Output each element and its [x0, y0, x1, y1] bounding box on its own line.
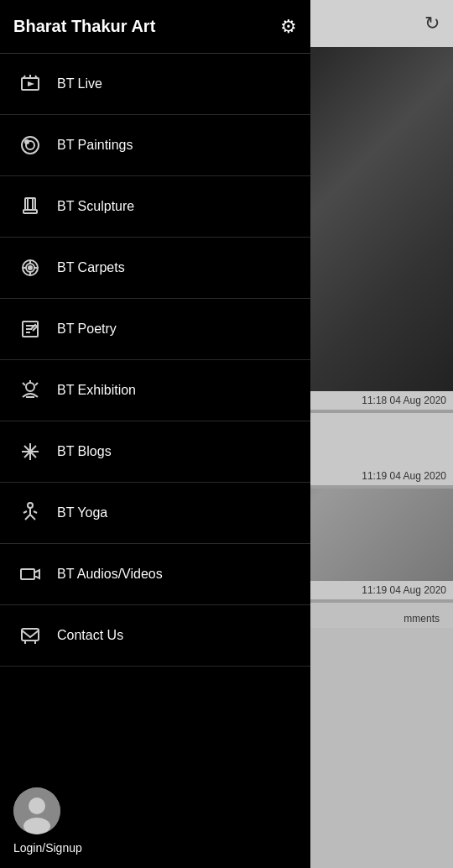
sidebar-item-bt-blogs-label: BT Blogs — [57, 444, 112, 459]
exhibition-icon — [13, 374, 47, 407]
sidebar-item-bt-exhibition[interactable]: BT Exhibition — [0, 360, 310, 421]
sidebar-item-contact-us-label: Contact Us — [57, 628, 123, 643]
sidebar-item-bt-sculpture-label: BT Sculpture — [57, 199, 134, 214]
svg-point-32 — [28, 503, 33, 508]
svg-rect-33 — [21, 569, 34, 579]
sidebar-item-bt-audios-videos[interactable]: BT Audios/Videos — [0, 544, 310, 605]
sidebar-item-contact-us[interactable]: Contact Us — [0, 605, 310, 667]
sidebar-item-bt-blogs[interactable]: BT Blogs — [0, 421, 310, 483]
svg-point-23 — [26, 383, 34, 391]
svg-marker-34 — [34, 570, 39, 578]
sidebar-item-bt-live-label: BT Live — [57, 76, 102, 92]
svg-point-40 — [23, 818, 50, 834]
login-signup-label[interactable]: Login/Signup — [13, 841, 82, 855]
sidebar-item-bt-carpets-label: BT Carpets — [57, 260, 125, 275]
refresh-icon[interactable]: ↻ — [424, 13, 440, 34]
svg-rect-35 — [22, 629, 39, 641]
svg-rect-9 — [23, 210, 37, 213]
drawer-header: Bharat Thakur Art ⚙ — [0, 0, 310, 54]
sidebar-item-bt-audios-videos-label: BT Audios/Videos — [57, 567, 163, 582]
sidebar-item-bt-yoga[interactable]: BT Yoga — [0, 483, 310, 544]
sidebar-item-bt-carpets[interactable]: BT Carpets — [0, 238, 310, 299]
svg-point-7 — [25, 140, 29, 144]
sculpture-icon — [13, 190, 47, 223]
sidebar-item-bt-exhibition-label: BT Exhibition — [57, 383, 136, 398]
app-title: Bharat Thakur Art — [13, 17, 155, 36]
sidebar-item-bt-paintings-label: BT Paintings — [57, 138, 133, 153]
carpets-icon — [13, 251, 47, 285]
video-icon — [13, 557, 47, 591]
sidebar-item-bt-sculpture[interactable]: BT Sculpture — [0, 176, 310, 238]
svg-point-39 — [29, 797, 45, 814]
svg-line-26 — [35, 383, 38, 385]
svg-rect-8 — [25, 198, 35, 210]
avatar[interactable] — [13, 787, 60, 834]
drawer: Bharat Thakur Art ⚙ BT Live — [0, 0, 310, 868]
contact-icon — [13, 619, 47, 652]
svg-point-5 — [22, 137, 39, 154]
sidebar-item-bt-yoga-label: BT Yoga — [57, 505, 107, 520]
sidebar-item-bt-poetry-label: BT Poetry — [57, 322, 117, 337]
svg-point-14 — [29, 266, 32, 269]
svg-marker-1 — [28, 81, 34, 86]
yoga-icon — [13, 496, 47, 530]
paintings-icon — [13, 128, 47, 162]
live-icon — [13, 67, 47, 101]
sidebar-item-bt-paintings[interactable]: BT Paintings — [0, 115, 310, 176]
sidebar-item-bt-poetry[interactable]: BT Poetry — [0, 299, 310, 360]
poetry-icon — [13, 312, 47, 346]
sidebar-item-bt-live[interactable]: BT Live — [0, 54, 310, 115]
blogs-icon — [13, 435, 47, 468]
svg-line-25 — [23, 383, 25, 385]
drawer-nav: BT Live BT Paintings — [0, 54, 310, 774]
settings-icon[interactable]: ⚙ — [280, 16, 297, 38]
drawer-footer: Login/Signup — [0, 774, 310, 868]
